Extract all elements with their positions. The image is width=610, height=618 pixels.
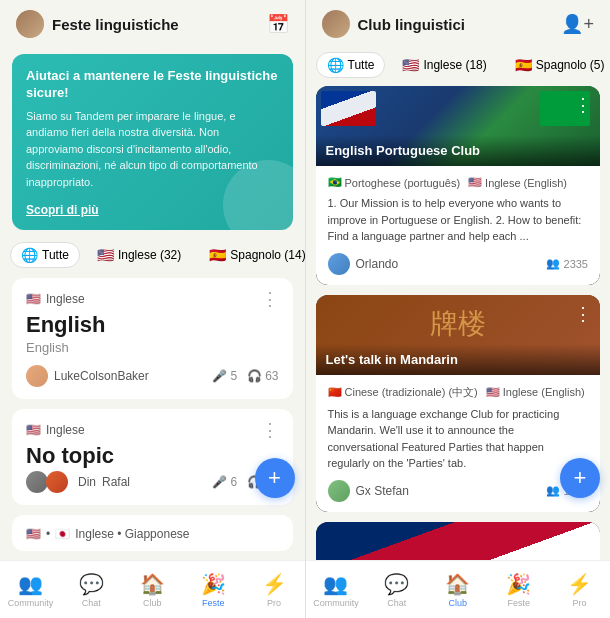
mic-stat: 🎤 5 [212, 369, 237, 383]
filter-all[interactable]: 🌐 Tutte [10, 242, 80, 268]
right-nav-pro-label: Pro [573, 598, 587, 608]
calendar-icon[interactable]: 📅 [267, 13, 289, 35]
cn-flag: 🇨🇳 [328, 386, 342, 399]
club-icon: 🏠 [140, 572, 165, 596]
right-filter-english[interactable]: 🇺🇸 Inglese (18) [391, 52, 497, 78]
nav-pro-left[interactable]: ⚡ Pro [244, 561, 305, 618]
owner-name: LukeColsonBaker [54, 369, 149, 383]
left-panel: Feste linguistiche 📅 Aiutaci a mantenere… [0, 0, 305, 618]
chat-icon: 💬 [79, 572, 104, 596]
right-header-title: Club linguistici [358, 16, 562, 33]
nav-club-label: Club [143, 598, 162, 608]
dot-sep: • [46, 527, 50, 541]
members-icon: 👥 [546, 257, 560, 270]
nav-community-right[interactable]: 👥 Community [306, 561, 367, 618]
br-flag: 🇧🇷 [328, 176, 342, 189]
club-card-notopic[interactable]: 🇺🇸 Inglese ⋮ No topic Din Rafal 🎤 6 [12, 409, 293, 505]
club-language-3: 🇺🇸 • 🇯🇵 Inglese • Giapponese [26, 527, 189, 541]
mandarin-lang2: 🇺🇸 Inglese (English) [486, 385, 585, 400]
mic-stat-2: 🎤 6 [212, 475, 237, 489]
nav-community-left[interactable]: 👥 Community [0, 561, 61, 618]
more-options-button-2[interactable]: ⋮ [261, 421, 279, 439]
mic-icon-2: 🎤 [212, 475, 227, 489]
ep-more-button[interactable]: ⋮ [574, 94, 592, 116]
nav-chat-label: Chat [82, 598, 101, 608]
mandarin-langs: 🇨🇳 Cinese (tradizionale) (中文) 🇺🇸 Inglese… [328, 385, 589, 400]
right-filter-all[interactable]: 🌐 Tutte [316, 52, 386, 78]
club-language-2: 🇺🇸 Inglese [26, 423, 85, 437]
us-banner-image [316, 522, 601, 561]
nav-feste-label: Feste [202, 598, 225, 608]
club-card-partial[interactable]: 🇺🇸 • 🇯🇵 Inglese • Giapponese [12, 515, 293, 551]
add-person-icon[interactable]: 👤+ [561, 13, 594, 35]
nav-feste-right[interactable]: 🎉 Feste [488, 561, 549, 618]
ep-banner-image: English Portuguese Club [316, 86, 601, 166]
mandarin-lang1-label: Cinese (tradizionale) (中文) [345, 385, 478, 400]
club-stats: 🎤 5 🎧 63 [212, 369, 278, 383]
ep-lang2: 🇺🇸 Inglese (English) [468, 176, 567, 189]
club-card-mandarin[interactable]: Let's talk in Mandarin ⋮ 🇨🇳 Cinese (trad… [316, 295, 601, 512]
ep-lang1-label: Portoghese (português) [345, 177, 461, 189]
ep-member-count: 2335 [564, 258, 588, 270]
left-user-avatar[interactable] [16, 10, 44, 38]
ep-members: 👥 2335 [546, 257, 588, 270]
right-nav-club-label: Club [449, 598, 468, 608]
ep-footer: Orlando 👥 2335 [328, 253, 589, 275]
safety-banner: Aiutaci a mantenere le Feste linguistich… [12, 54, 293, 230]
nav-feste-left[interactable]: 🎉 Feste [183, 561, 244, 618]
right-community-icon: 👥 [323, 572, 348, 596]
club-card-us[interactable] [316, 522, 601, 561]
mandarin-owner: Gx Stefan [328, 480, 409, 502]
club-language: 🇺🇸 Inglese [26, 292, 85, 306]
members-icon-2: 👥 [546, 484, 560, 497]
banner-link[interactable]: Scopri di più [26, 203, 99, 217]
right-filter-english-label: Inglese (18) [423, 58, 486, 72]
owner-name-rafal: Rafal [102, 475, 130, 489]
club-card-header-2: 🇺🇸 Inglese ⋮ [26, 421, 279, 439]
right-club-icon: 🏠 [445, 572, 470, 596]
us-flag-3: 🇺🇸 [26, 527, 41, 541]
club-name-2: No topic [26, 443, 279, 469]
right-panel: Club linguistici 👤+ 🌐 Tutte 🇺🇸 Inglese (… [306, 0, 611, 618]
nav-club-right[interactable]: 🏠 Club [427, 561, 488, 618]
add-club-fab-left[interactable]: + [255, 458, 295, 498]
right-filter-all-label: Tutte [348, 58, 375, 72]
community-icon: 👥 [18, 572, 43, 596]
mandarin-more-button[interactable]: ⋮ [574, 303, 592, 325]
right-es-flag: 🇪🇸 [515, 57, 532, 73]
nav-chat-right[interactable]: 💬 Chat [366, 561, 427, 618]
mandarin-club-name: Let's talk in Mandarin [326, 352, 591, 367]
club-card-ep[interactable]: English Portuguese Club ⋮ 🇧🇷 Portoghese … [316, 86, 601, 285]
mandarin-footer: Gx Stefan 👥 1659 [328, 480, 589, 502]
right-bottom-nav: 👥 Community 💬 Chat 🏠 Club 🎉 Feste ⚡ Pro [306, 560, 611, 618]
us-flag-ep: 🇺🇸 [468, 176, 482, 189]
filter-spanish[interactable]: 🇪🇸 Spagnolo (14) [198, 242, 304, 268]
right-header: Club linguistici 👤+ [306, 0, 611, 48]
club-footer: LukeColsonBaker 🎤 5 🎧 63 [26, 365, 279, 387]
mandarin-description: This is a language exchange Club for pra… [328, 406, 589, 472]
owner-avatar [26, 365, 48, 387]
owner-name-din: Din [78, 475, 96, 489]
globe-icon: 🌐 [21, 247, 38, 263]
left-header-title: Feste linguistiche [52, 16, 267, 33]
left-filter-tabs: 🌐 Tutte 🇺🇸 Inglese (32) 🇪🇸 Spagnolo (14) [0, 236, 305, 274]
club-card-english[interactable]: 🇺🇸 Inglese ⋮ English English LukeColsonB… [12, 278, 293, 399]
nav-club-left[interactable]: 🏠 Club [122, 561, 183, 618]
nav-pro-right[interactable]: ⚡ Pro [549, 561, 610, 618]
owner-avatar-rafal [46, 471, 68, 493]
right-user-avatar[interactable] [322, 10, 350, 38]
more-options-button[interactable]: ⋮ [261, 290, 279, 308]
nav-chat-left[interactable]: 💬 Chat [61, 561, 122, 618]
right-nav-community-label: Community [313, 598, 359, 608]
us-flag: 🇺🇸 [26, 292, 41, 306]
club-owner: LukeColsonBaker [26, 365, 149, 387]
ep-club-detail: 🇧🇷 Portoghese (português) 🇺🇸 Inglese (En… [316, 166, 601, 285]
club-name: English [26, 312, 279, 338]
filter-english[interactable]: 🇺🇸 Inglese (32) [86, 242, 192, 268]
right-filter-spanish[interactable]: 🇪🇸 Spagnolo (5) [504, 52, 610, 78]
add-club-fab-right[interactable]: + [560, 458, 600, 498]
ep-owner-avatar [328, 253, 350, 275]
club-owners: Din Rafal [26, 471, 130, 493]
ep-lang1: 🇧🇷 Portoghese (português) [328, 176, 461, 189]
club-footer-2: Din Rafal 🎤 6 🎧 10 [26, 471, 279, 493]
